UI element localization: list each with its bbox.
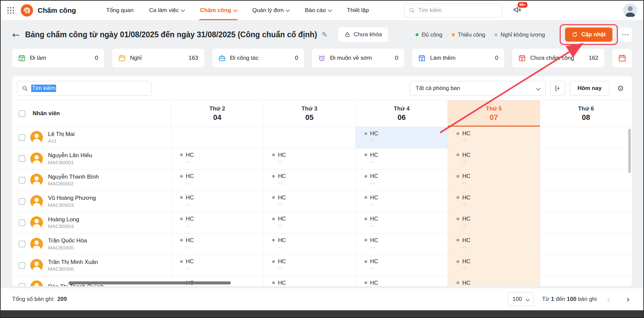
attendance-cell[interactable] [540,127,632,148]
status-dot-icon [272,260,275,263]
attendance-cell[interactable] [540,276,632,286]
employee-code: MACB0004 [48,223,79,230]
attendance-cell[interactable]: HC-:- [171,170,263,191]
attendance-cell[interactable]: HC-:- [263,191,355,212]
schedule-calendar-button[interactable] [612,49,632,67]
global-search-input[interactable]: Tìm kiếm [404,3,502,17]
nav-item-5[interactable]: Thiết lập [347,1,369,20]
lock-status-button[interactable]: Chưa khóa [338,27,388,42]
horizontal-scrollbar[interactable] [69,281,231,284]
attendance-cell[interactable]: HC-:- [447,276,540,286]
back-button[interactable]: ← [12,30,20,39]
attendance-cell[interactable]: HC-:- [263,234,355,255]
stat-card[interactable]: Chưa chấm công 162 [512,49,604,67]
table-search-input[interactable]: Tìm kiếm [17,81,152,96]
row-checkbox[interactable] [19,283,25,286]
attendance-cell[interactable]: HC-:- [355,234,447,255]
attendance-cell[interactable]: HC-:- [171,191,263,212]
nav-item-1[interactable]: Ca làm việc [149,1,185,20]
nav-item-3[interactable]: Quản lý đơn [252,1,289,20]
app-launcher-icon[interactable] [7,6,15,14]
status-dot-icon [457,281,459,284]
attendance-cell[interactable]: HC-:- [263,148,355,170]
check-time: -:- [278,223,355,228]
attendance-cell[interactable]: HC-:- [171,234,263,255]
attendance-cell[interactable]: HC-:- [171,212,263,233]
shift-code-line: HC [457,130,540,137]
stat-card[interactable]: Đi muộn về sớm 0 [312,49,404,67]
stat-label: Nghỉ [130,55,142,61]
attendance-cell[interactable] [540,234,632,255]
app-logo-icon[interactable] [20,4,34,17]
row-checkbox[interactable] [19,177,25,183]
department-select[interactable]: Tất cả phòng ban [410,81,546,96]
attendance-cell[interactable]: HC-:- [447,191,540,212]
attendance-cell[interactable]: HC-:- [355,127,447,148]
user-avatar[interactable] [623,3,637,17]
attendance-cell[interactable] [540,191,632,212]
attendance-cell[interactable] [171,127,263,148]
previous-page-button[interactable]: ‹ [605,294,612,304]
nav-item-2[interactable]: Chấm công [200,1,237,20]
attendance-cell[interactable]: HC-:- [355,191,447,212]
today-button[interactable]: Hôm nay [570,81,609,96]
attendance-cell[interactable]: HC-:- [171,255,263,276]
edit-title-icon[interactable]: ✎ [322,31,328,39]
total-records-label: Tổng số bản ghi: [12,296,55,303]
update-button[interactable]: Cập nhật [565,28,612,42]
notification-badge: 99+ [517,1,528,8]
vertical-scrollbar[interactable] [628,129,631,173]
export-button[interactable] [550,81,565,96]
next-page-button[interactable]: › [625,294,632,304]
attendance-cell[interactable]: HC-:- [355,255,447,276]
row-checkbox[interactable] [19,134,25,141]
check-time: -:- [370,202,447,207]
stat-card[interactable]: Đi làm 0 [12,49,104,67]
attendance-cell[interactable] [540,212,632,233]
stat-value: 0 [295,55,298,61]
nav-item-4[interactable]: Báo cáo [305,1,331,20]
stat-card[interactable]: Đi công tác 0 [212,49,304,67]
row-checkbox[interactable] [19,220,25,226]
row-checkbox[interactable] [19,241,25,247]
attendance-cell[interactable]: HC-:- [263,170,355,191]
legend-dot-icon [452,33,455,36]
attendance-cell[interactable]: HC-:- [263,212,355,233]
attendance-cell[interactable]: HC-:- [447,127,540,148]
table-body: Lê Thị Mai A11 HC-:-HC-:- Nguyễn Lân Hiế… [12,127,632,286]
attendance-cell[interactable] [540,148,632,170]
attendance-cell[interactable]: HC-:- [447,148,540,170]
stat-card[interactable]: Làm thêm 0 [412,49,504,67]
row-checkbox[interactable] [19,155,25,162]
status-dot-icon [180,196,183,199]
chevron-down-icon [526,297,530,302]
attendance-cell[interactable]: HC-:- [447,234,540,255]
row-checkbox[interactable] [19,198,25,205]
employee-name: Lê Thị Mai [48,131,75,138]
stat-card[interactable]: Nghỉ 163 [112,49,204,67]
attendance-cell[interactable]: HC-:- [263,255,355,276]
attendance-cell[interactable]: HC-:- [447,170,540,191]
attendance-cell[interactable] [540,170,632,191]
day-header-cell: Thứ 4 06 [355,100,447,127]
attendance-cell[interactable] [540,255,632,276]
attendance-cell[interactable]: HC-:- [263,276,355,286]
attendance-cell[interactable]: HC-:- [447,255,540,276]
row-checkbox[interactable] [19,262,25,269]
attendance-cell[interactable]: HC-:- [355,148,447,170]
page-size-select[interactable]: 100 [508,292,534,306]
select-all-checkbox[interactable] [19,110,25,117]
attendance-cell[interactable]: HC-:- [355,276,447,286]
shift-code: HC [462,258,470,265]
status-dot-icon [180,175,183,178]
attendance-cell[interactable]: HC-:- [355,212,447,233]
shift-code: HC [370,237,378,243]
attendance-cell[interactable]: HC-:- [355,170,447,191]
attendance-cell[interactable]: HC-:- [171,148,263,170]
attendance-cell[interactable]: HC-:- [447,212,540,233]
nav-item-0[interactable]: Tổng quan [106,1,133,20]
settings-gear-icon[interactable]: ⚙ [614,81,627,96]
attendance-cell[interactable] [263,127,355,148]
notifications-button[interactable]: 99+ [513,5,522,15]
more-actions-button[interactable]: ⋯ [618,28,632,42]
